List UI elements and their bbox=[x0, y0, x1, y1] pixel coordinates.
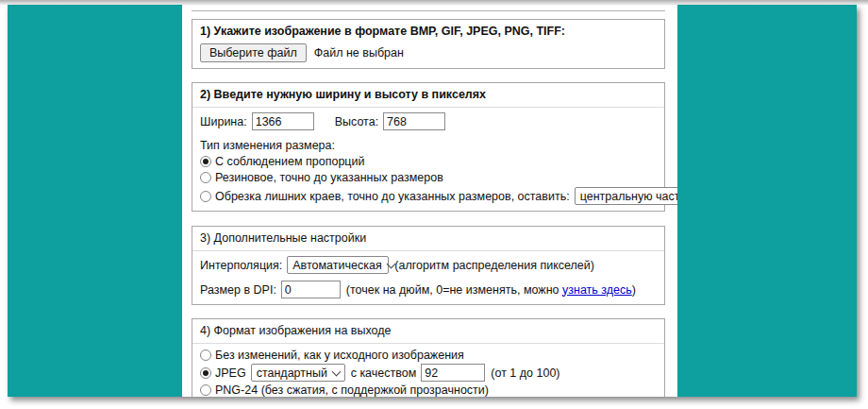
interpolation-select-value: Автоматическая bbox=[292, 259, 381, 272]
radio-format-unchanged[interactable] bbox=[200, 349, 211, 361]
top-divider bbox=[192, 10, 665, 11]
jpeg-quality-input[interactable] bbox=[421, 364, 485, 382]
section-dimensions: 2) Введите нужную ширину и высоту в пикс… bbox=[192, 82, 665, 212]
radio-crop-label: Обрезка лишних краев, точно до указанных… bbox=[215, 190, 570, 203]
page-background: 1) Укажите изображение в формате BMP, GI… bbox=[8, 5, 857, 397]
dpi-input[interactable] bbox=[281, 281, 341, 298]
divider bbox=[192, 250, 664, 251]
form-column: 1) Укажите изображение в формате BMP, GI… bbox=[182, 5, 677, 397]
divider bbox=[192, 343, 664, 344]
section-upload: 1) Укажите изображение в формате BMP, GI… bbox=[192, 19, 665, 69]
dpi-hint-suffix: ) bbox=[632, 283, 636, 297]
dpi-label: Размер в DPI: bbox=[200, 283, 276, 297]
width-input[interactable] bbox=[252, 112, 314, 130]
radio-proportional-label: С соблюдением пропорций bbox=[215, 155, 364, 168]
crop-area-select[interactable]: центральную часть bbox=[575, 187, 677, 205]
radio-rubber-label: Резиновое, точно до указанных размеров bbox=[215, 171, 443, 184]
chevron-down-icon bbox=[331, 366, 341, 376]
radio-format-jpeg[interactable] bbox=[200, 367, 211, 379]
section-advanced: 3) Дополнительные настройки Интерполяция… bbox=[192, 226, 665, 305]
page: 1) Укажите изображение в формате BMP, GI… bbox=[0, 0, 868, 409]
radio-format-unchanged-label: Без изменений, как у исходного изображен… bbox=[215, 349, 464, 362]
crop-area-select-value: центральную часть bbox=[580, 190, 677, 203]
radio-format-png-label: PNG-24 (без сжатия, с поддержкой прозрач… bbox=[215, 383, 489, 397]
interpolation-hint: (алгоритм распределения пикселей) bbox=[394, 259, 594, 272]
section-advanced-title: 3) Дополнительные настройки bbox=[200, 231, 657, 246]
interpolation-select[interactable]: Автоматическая bbox=[287, 256, 389, 274]
width-label: Ширина: bbox=[200, 115, 247, 128]
dpi-hint: (точек на дюйм, 0=не изменять, можно узн… bbox=[346, 283, 636, 297]
height-label: Высота: bbox=[335, 115, 378, 128]
height-input[interactable] bbox=[383, 112, 445, 130]
radio-format-jpeg-label: JPEG bbox=[215, 366, 246, 380]
resize-type-label: Тип изменения размера: bbox=[200, 139, 657, 152]
interpolation-label: Интерполяция: bbox=[200, 259, 282, 272]
section-upload-title: 1) Укажите изображение в формате BMP, GI… bbox=[200, 25, 657, 39]
section-output-title: 4) Формат изображения на выходе bbox=[200, 324, 657, 338]
jpeg-quality-hint: (от 1 до 100) bbox=[491, 366, 559, 380]
choose-file-button[interactable]: Выберите файл bbox=[200, 43, 307, 62]
file-status-text: Файл не выбран bbox=[314, 46, 404, 60]
section-dimensions-title: 2) Введите нужную ширину и высоту в пикс… bbox=[200, 88, 657, 102]
radio-crop[interactable] bbox=[200, 191, 211, 202]
radio-rubber[interactable] bbox=[200, 172, 211, 183]
radio-proportional[interactable] bbox=[200, 156, 211, 167]
dpi-hint-prefix: (точек на дюйм, 0=не изменять, можно bbox=[346, 283, 562, 297]
radio-format-png[interactable] bbox=[200, 384, 211, 396]
section-output: 4) Формат изображения на выходе Без изме… bbox=[192, 318, 665, 397]
divider bbox=[192, 107, 664, 108]
jpeg-quality-label: с качеством bbox=[351, 366, 417, 380]
dpi-link[interactable]: узнать здесь bbox=[562, 283, 632, 297]
jpeg-type-select[interactable]: стандартный bbox=[251, 364, 345, 382]
jpeg-type-select-value: стандартный bbox=[257, 366, 327, 380]
